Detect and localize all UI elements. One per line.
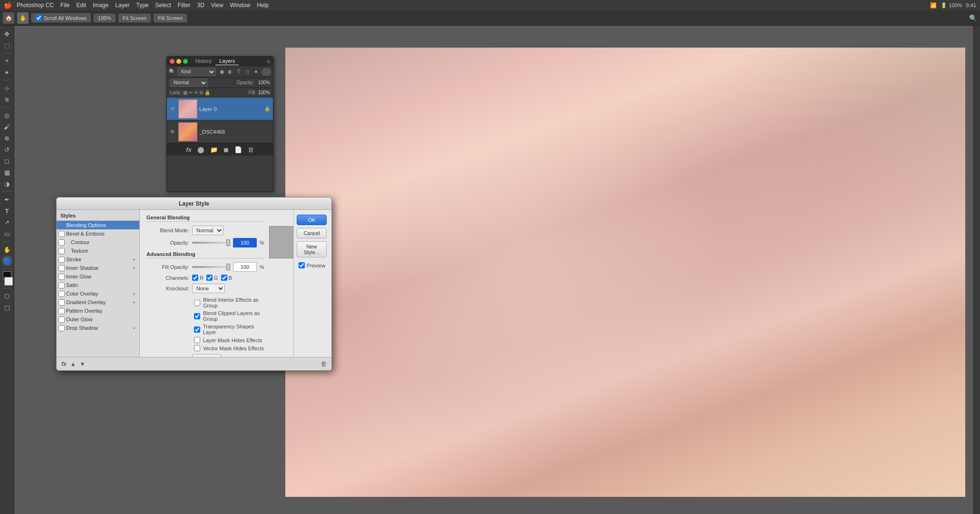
channel-g-checkbox[interactable]: [206, 275, 213, 281]
panel-max-btn[interactable]: [183, 59, 188, 64]
bevel-checkbox[interactable]: [58, 231, 65, 237]
footer-up-arrow[interactable]: ▲: [70, 361, 76, 367]
color-overlay-add-btn[interactable]: +: [133, 291, 136, 297]
gradient-overlay-checkbox[interactable]: [58, 299, 65, 306]
style-bevel-emboss[interactable]: Bevel & Emboss: [57, 229, 139, 238]
style-blending-options[interactable]: Blending Options: [57, 221, 139, 229]
gradient-tool[interactable]: ▦: [2, 167, 12, 178]
style-gradient-overlay[interactable]: Gradient Overlay +: [57, 298, 139, 306]
menu-edit[interactable]: Edit: [76, 2, 86, 9]
filter-type-icon[interactable]: T: [235, 68, 243, 76]
fx-icon[interactable]: fx: [186, 146, 192, 153]
path-select-tool[interactable]: ↗: [2, 217, 12, 227]
drop-shadow-add-btn[interactable]: +: [133, 326, 136, 331]
delete-layer-icon[interactable]: 🗑: [248, 146, 254, 153]
clone-tool[interactable]: ⊕: [2, 133, 12, 143]
menu-select[interactable]: Select: [155, 2, 171, 9]
stroke-add-btn[interactable]: +: [133, 257, 136, 262]
style-contour[interactable]: Contour: [57, 238, 139, 247]
menu-photoshop[interactable]: Photoshop CC: [17, 2, 54, 9]
style-inner-shadow[interactable]: Inner Shadow +: [57, 264, 139, 272]
menu-type[interactable]: Type: [136, 2, 148, 9]
lock-position-icon[interactable]: ✛: [194, 90, 198, 95]
drop-shadow-checkbox[interactable]: [58, 325, 65, 331]
stroke-checkbox[interactable]: [58, 257, 65, 263]
layer-mask-checkbox[interactable]: [194, 337, 200, 343]
new-group-icon[interactable]: 📁: [210, 146, 218, 153]
eraser-tool[interactable]: ◻: [2, 156, 12, 166]
channel-b-checkbox[interactable]: [221, 275, 227, 281]
style-texture[interactable]: Texture: [57, 247, 139, 255]
menu-help[interactable]: Help: [257, 2, 269, 9]
menu-filter[interactable]: Filter: [178, 2, 191, 9]
outer-glow-checkbox[interactable]: [58, 316, 65, 323]
search-icon[interactable]: 🔍: [969, 14, 977, 22]
hand-tool[interactable]: ✋: [17, 12, 29, 24]
channel-r-checkbox[interactable]: [192, 275, 198, 281]
selection-tool[interactable]: ⬚: [2, 40, 12, 50]
brush-tool[interactable]: 🖌: [2, 121, 12, 132]
color-overlay-checkbox[interactable]: [58, 291, 65, 297]
cancel-button[interactable]: Cancel: [297, 228, 327, 238]
filter-adjust-icon[interactable]: ◐: [226, 68, 234, 76]
style-stroke[interactable]: Stroke +: [57, 255, 139, 264]
filter-pixel-icon[interactable]: ▣: [218, 68, 225, 76]
history-brush[interactable]: ↺: [2, 144, 12, 155]
pen-tool[interactable]: ✒: [2, 194, 12, 205]
opacity-slider[interactable]: [192, 242, 230, 244]
crop-tool[interactable]: ⊹: [2, 83, 12, 93]
menu-layer[interactable]: Layer: [115, 2, 129, 9]
satin-checkbox[interactable]: [58, 282, 65, 288]
spot-heal-tool[interactable]: ◎: [2, 110, 12, 120]
quick-mask-tool[interactable]: ⬡: [2, 291, 12, 301]
filter-smart-icon[interactable]: ★: [252, 68, 260, 76]
lock-pixels-icon[interactable]: ✏: [189, 90, 193, 95]
vector-mask-checkbox[interactable]: [194, 345, 200, 351]
blend-interior-checkbox[interactable]: [194, 300, 200, 306]
gradient-overlay-add-btn[interactable]: +: [133, 300, 136, 305]
inner-shadow-checkbox[interactable]: [58, 265, 65, 271]
contour-checkbox[interactable]: [58, 239, 65, 246]
move-tool[interactable]: ✥: [2, 29, 12, 39]
menu-window[interactable]: Window: [230, 2, 251, 9]
layer-visibility-1[interactable]: 👁: [170, 128, 176, 135]
new-fill-icon[interactable]: ⬤: [197, 146, 204, 153]
tab-history[interactable]: History: [192, 57, 215, 65]
panel-close-btn[interactable]: [170, 59, 175, 64]
blend-mode-select[interactable]: Normal: [170, 79, 208, 87]
style-color-overlay[interactable]: Color Overlay +: [57, 289, 139, 298]
panel-menu-btn[interactable]: ≡: [267, 58, 270, 65]
footer-down-arrow[interactable]: ▼: [80, 361, 86, 367]
style-pattern-overlay[interactable]: Pattern Overlay: [57, 306, 139, 315]
menu-file[interactable]: File: [60, 2, 69, 9]
pattern-overlay-checkbox[interactable]: [58, 308, 65, 314]
magic-wand-tool[interactable]: ✦: [2, 67, 12, 78]
inner-shadow-add-btn[interactable]: +: [133, 266, 136, 271]
scroll-all-windows-btn[interactable]: Scroll All Windows: [31, 13, 91, 22]
screen-mode-tool[interactable]: ▢: [2, 302, 12, 313]
blend-mode-form-select[interactable]: Normal: [192, 226, 223, 235]
texture-checkbox[interactable]: [58, 248, 65, 254]
hand-tool-left[interactable]: ✋: [2, 244, 12, 255]
lasso-tool[interactable]: ⌖: [2, 56, 12, 66]
home-icon[interactable]: 🏠: [3, 12, 14, 24]
zoom-tool[interactable]: 🔵: [2, 256, 12, 266]
filter-toggle[interactable]: [262, 68, 271, 76]
scroll-checkbox[interactable]: [36, 15, 42, 21]
ok-button[interactable]: OK: [297, 215, 327, 225]
dodge-tool[interactable]: ◑: [2, 178, 12, 189]
style-drop-shadow[interactable]: Drop Shadow +: [57, 324, 139, 332]
layers-filter-select[interactable]: Kind: [177, 68, 216, 76]
menu-view[interactable]: View: [211, 2, 223, 9]
eyedropper-tool[interactable]: 🖱: [2, 94, 12, 105]
fit-screen-btn[interactable]: Fit Screen: [118, 14, 151, 22]
layer-item-0[interactable]: 👁 Layer 0 🔒: [167, 98, 273, 120]
background-color[interactable]: [4, 277, 13, 286]
fill-opacity-input[interactable]: [233, 262, 257, 272]
footer-trash-icon[interactable]: 🗑: [320, 360, 327, 367]
knockout-select[interactable]: None Shallow Deep: [192, 284, 225, 293]
lock-artboard-icon[interactable]: ⊞: [199, 90, 203, 95]
type-tool[interactable]: T: [2, 206, 12, 216]
fill-opacity-slider[interactable]: [192, 266, 230, 268]
apple-icon[interactable]: 🍎: [4, 1, 12, 9]
